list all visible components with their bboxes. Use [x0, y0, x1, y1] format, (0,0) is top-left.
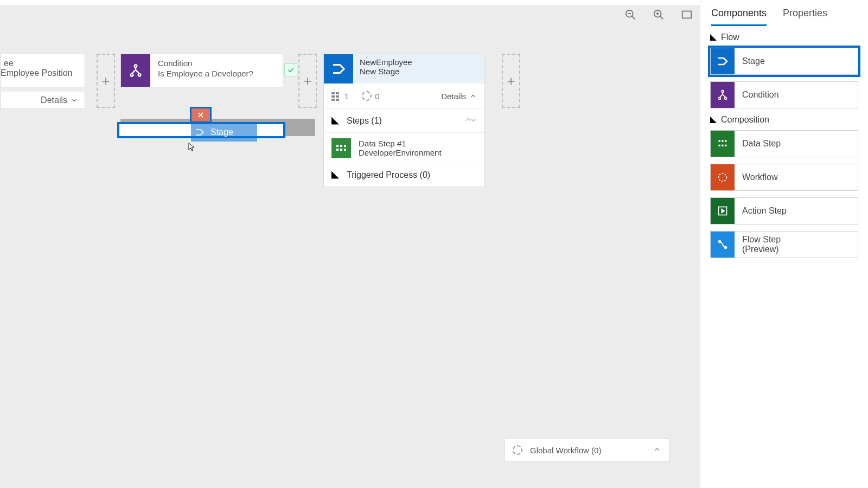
palette-item-condition[interactable]: Condition: [710, 81, 858, 108]
stage-node-expanded[interactable]: NewEmployee New Stage 1 0 Details Steps …: [323, 54, 485, 187]
triggered-process-header[interactable]: Triggered Process (0): [324, 163, 484, 187]
svg-rect-27: [725, 145, 726, 146]
palette-label: Data Step: [735, 139, 781, 149]
svg-line-11: [136, 70, 139, 74]
palette-label: Condition: [735, 90, 779, 100]
global-workflow-label: Global Workflow (0): [530, 446, 601, 455]
svg-rect-7: [682, 11, 692, 18]
plus-icon: +: [101, 73, 110, 89]
steps-count: 1: [344, 92, 349, 101]
stage-partial-line2: Employee Position: [1, 68, 73, 78]
svg-rect-22: [719, 140, 720, 142]
svg-rect-24: [725, 140, 726, 142]
cursor-icon: [188, 143, 197, 151]
flow-step-icon: [711, 232, 735, 258]
palette-item-stage[interactable]: Stage: [710, 48, 858, 75]
zoom-in-icon[interactable]: [652, 8, 665, 21]
steps-count-stat: 1: [331, 92, 349, 101]
svg-line-4: [660, 16, 663, 20]
tab-components[interactable]: Components: [711, 8, 767, 26]
steps-header-label: Steps (1): [347, 116, 382, 126]
palette-item-action-step[interactable]: Action Step: [710, 197, 858, 224]
svg-point-8: [135, 65, 137, 68]
palette-item-data-step[interactable]: Data Step: [710, 130, 858, 157]
chevron-up-icon: [469, 92, 477, 100]
list-icon: [331, 92, 341, 100]
collapse-triangle-icon: [331, 117, 339, 125]
section-label: Flow: [721, 33, 739, 42]
details-label: Details: [441, 92, 466, 101]
triggered-label: Triggered Process (0): [347, 170, 430, 180]
workflow-icon: [711, 164, 735, 190]
drop-close-button[interactable]: [190, 107, 212, 123]
svg-rect-25: [719, 145, 720, 146]
stage-partial-line1: ee: [4, 59, 14, 68]
plus-icon: +: [303, 73, 311, 89]
stage-node-partial[interactable]: ee Employee Position: [0, 54, 85, 87]
stage-title: NewEmployee: [360, 57, 412, 67]
details-toggle-partial[interactable]: Details: [0, 92, 85, 109]
action-step-icon: [711, 198, 735, 224]
chevron-down-icon: [71, 97, 78, 104]
dropzone-add-2[interactable]: +: [298, 54, 317, 108]
condition-subtitle: Is Employee a Developer?: [158, 69, 275, 78]
chevron-up-icon: [653, 445, 661, 455]
data-step-icon: [331, 138, 351, 158]
stage-icon: [324, 54, 353, 84]
svg-line-18: [720, 94, 723, 98]
svg-rect-23: [722, 140, 723, 142]
stage-icon: [711, 48, 735, 74]
section-label: Composition: [721, 115, 769, 125]
svg-line-1: [632, 16, 635, 20]
collapse-triangle-icon: [710, 117, 717, 123]
data-step-icon: [711, 131, 735, 157]
step-subtitle: DeveloperEnvironment: [359, 148, 442, 157]
workflow-count-stat: 0: [362, 91, 379, 101]
svg-point-13: [138, 74, 141, 76]
steps-section-header[interactable]: Steps (1): [324, 108, 484, 132]
condition-yes-badge: [284, 63, 297, 76]
designer-canvas[interactable]: ee Employee Position Details + Condition…: [0, 5, 700, 488]
data-step-row[interactable]: Data Step #1 DeveloperEnvironment: [324, 132, 484, 163]
condition-icon: [711, 82, 735, 108]
condition-drop-selection: [117, 122, 285, 138]
svg-point-12: [131, 74, 133, 76]
condition-title: Condition: [158, 59, 275, 68]
dropzone-add-1[interactable]: +: [97, 54, 115, 108]
details-label: Details: [41, 95, 67, 105]
fit-screen-icon[interactable]: [680, 8, 693, 21]
collapse-triangle-icon: [710, 34, 717, 41]
stage-subtitle: New Stage: [360, 67, 412, 76]
section-header-composition[interactable]: Composition: [710, 115, 858, 125]
global-workflow-bar[interactable]: Global Workflow (0): [505, 439, 669, 461]
right-panel: Components Properties Flow Stage Conditi…: [700, 0, 868, 488]
palette-label: Stage: [735, 56, 765, 66]
close-icon: [197, 111, 205, 119]
details-toggle-stage[interactable]: Details: [441, 92, 477, 101]
dropzone-add-3[interactable]: +: [502, 54, 520, 108]
svg-line-10: [132, 70, 136, 74]
svg-rect-26: [722, 145, 723, 146]
step-title: Data Step #1: [359, 139, 442, 148]
reorder-arrows-icon[interactable]: [465, 116, 477, 125]
svg-point-20: [719, 98, 721, 100]
svg-line-19: [723, 94, 726, 98]
plus-icon: +: [507, 73, 515, 89]
condition-node[interactable]: Condition Is Employee a Developer?: [120, 54, 283, 87]
svg-point-21: [725, 98, 727, 100]
svg-point-16: [722, 91, 724, 93]
zoom-out-icon[interactable]: [624, 8, 637, 21]
condition-icon: [121, 54, 150, 87]
palette-label: Flow Step (Preview): [735, 235, 781, 255]
workflow-count: 0: [375, 92, 379, 101]
section-header-flow[interactable]: Flow: [710, 33, 858, 42]
palette-label: Action Step: [735, 206, 787, 216]
palette-item-workflow[interactable]: Workflow: [710, 164, 858, 191]
svg-point-28: [719, 174, 727, 182]
workflow-icon: [513, 445, 522, 455]
tab-properties[interactable]: Properties: [783, 8, 827, 26]
palette-item-flow-step[interactable]: Flow Step (Preview): [710, 231, 858, 258]
workflow-icon: [362, 91, 372, 101]
canvas-toolbar: [624, 8, 693, 21]
collapse-triangle-icon: [331, 171, 339, 179]
